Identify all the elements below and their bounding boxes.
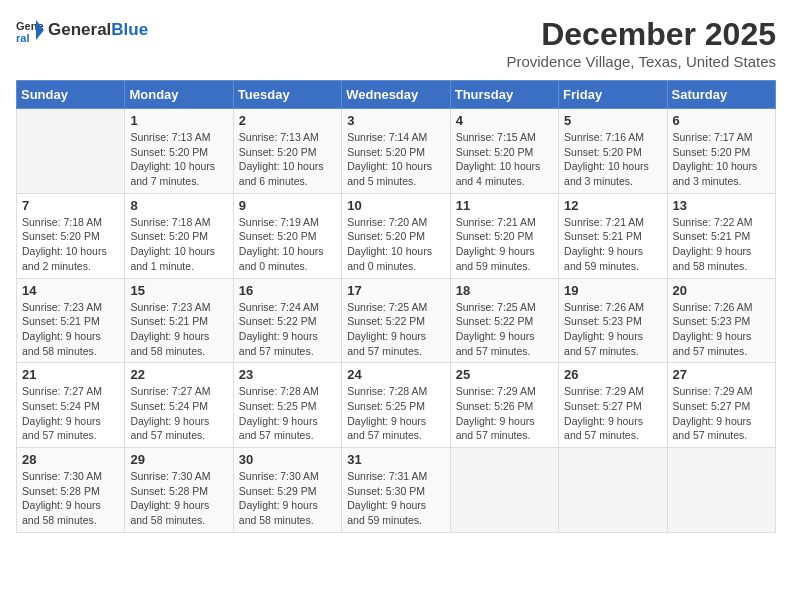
week-row-3: 14Sunrise: 7:23 AM Sunset: 5:21 PM Dayli…	[17, 278, 776, 363]
week-row-1: 1Sunrise: 7:13 AM Sunset: 5:20 PM Daylig…	[17, 109, 776, 194]
day-info: Sunrise: 7:28 AM Sunset: 5:25 PM Dayligh…	[239, 384, 336, 443]
week-row-4: 21Sunrise: 7:27 AM Sunset: 5:24 PM Dayli…	[17, 363, 776, 448]
calendar-cell: 2Sunrise: 7:13 AM Sunset: 5:20 PM Daylig…	[233, 109, 341, 194]
day-number: 3	[347, 113, 444, 128]
day-info: Sunrise: 7:27 AM Sunset: 5:24 PM Dayligh…	[130, 384, 227, 443]
calendar-cell: 6Sunrise: 7:17 AM Sunset: 5:20 PM Daylig…	[667, 109, 775, 194]
day-info: Sunrise: 7:27 AM Sunset: 5:24 PM Dayligh…	[22, 384, 119, 443]
calendar-cell: 7Sunrise: 7:18 AM Sunset: 5:20 PM Daylig…	[17, 193, 125, 278]
day-number: 6	[673, 113, 770, 128]
day-number: 24	[347, 367, 444, 382]
logo: Gene ral GeneralBlue	[16, 16, 148, 44]
calendar-cell: 23Sunrise: 7:28 AM Sunset: 5:25 PM Dayli…	[233, 363, 341, 448]
calendar-cell: 30Sunrise: 7:30 AM Sunset: 5:29 PM Dayli…	[233, 448, 341, 533]
day-info: Sunrise: 7:30 AM Sunset: 5:29 PM Dayligh…	[239, 469, 336, 528]
calendar-cell: 12Sunrise: 7:21 AM Sunset: 5:21 PM Dayli…	[559, 193, 667, 278]
calendar-cell: 20Sunrise: 7:26 AM Sunset: 5:23 PM Dayli…	[667, 278, 775, 363]
calendar-cell: 5Sunrise: 7:16 AM Sunset: 5:20 PM Daylig…	[559, 109, 667, 194]
calendar-cell: 29Sunrise: 7:30 AM Sunset: 5:28 PM Dayli…	[125, 448, 233, 533]
page-header: Gene ral GeneralBlue December 2025 Provi…	[16, 16, 776, 70]
calendar-cell: 1Sunrise: 7:13 AM Sunset: 5:20 PM Daylig…	[125, 109, 233, 194]
header-friday: Friday	[559, 81, 667, 109]
day-info: Sunrise: 7:14 AM Sunset: 5:20 PM Dayligh…	[347, 130, 444, 189]
calendar-cell: 14Sunrise: 7:23 AM Sunset: 5:21 PM Dayli…	[17, 278, 125, 363]
day-number: 11	[456, 198, 553, 213]
calendar-cell: 16Sunrise: 7:24 AM Sunset: 5:22 PM Dayli…	[233, 278, 341, 363]
day-info: Sunrise: 7:24 AM Sunset: 5:22 PM Dayligh…	[239, 300, 336, 359]
day-info: Sunrise: 7:29 AM Sunset: 5:27 PM Dayligh…	[673, 384, 770, 443]
day-info: Sunrise: 7:20 AM Sunset: 5:20 PM Dayligh…	[347, 215, 444, 274]
day-info: Sunrise: 7:15 AM Sunset: 5:20 PM Dayligh…	[456, 130, 553, 189]
day-info: Sunrise: 7:18 AM Sunset: 5:20 PM Dayligh…	[22, 215, 119, 274]
day-number: 2	[239, 113, 336, 128]
title-area: December 2025 Providence Village, Texas,…	[506, 16, 776, 70]
day-number: 23	[239, 367, 336, 382]
day-info: Sunrise: 7:13 AM Sunset: 5:20 PM Dayligh…	[239, 130, 336, 189]
day-info: Sunrise: 7:22 AM Sunset: 5:21 PM Dayligh…	[673, 215, 770, 274]
calendar-cell: 18Sunrise: 7:25 AM Sunset: 5:22 PM Dayli…	[450, 278, 558, 363]
header-saturday: Saturday	[667, 81, 775, 109]
calendar-cell: 28Sunrise: 7:30 AM Sunset: 5:28 PM Dayli…	[17, 448, 125, 533]
calendar-cell	[667, 448, 775, 533]
location-title: Providence Village, Texas, United States	[506, 53, 776, 70]
calendar-cell: 15Sunrise: 7:23 AM Sunset: 5:21 PM Dayli…	[125, 278, 233, 363]
day-info: Sunrise: 7:31 AM Sunset: 5:30 PM Dayligh…	[347, 469, 444, 528]
calendar-cell: 4Sunrise: 7:15 AM Sunset: 5:20 PM Daylig…	[450, 109, 558, 194]
calendar-cell: 31Sunrise: 7:31 AM Sunset: 5:30 PM Dayli…	[342, 448, 450, 533]
day-info: Sunrise: 7:30 AM Sunset: 5:28 PM Dayligh…	[130, 469, 227, 528]
calendar-cell	[450, 448, 558, 533]
day-number: 19	[564, 283, 661, 298]
day-number: 12	[564, 198, 661, 213]
day-number: 20	[673, 283, 770, 298]
day-info: Sunrise: 7:19 AM Sunset: 5:20 PM Dayligh…	[239, 215, 336, 274]
calendar-cell: 10Sunrise: 7:20 AM Sunset: 5:20 PM Dayli…	[342, 193, 450, 278]
day-info: Sunrise: 7:17 AM Sunset: 5:20 PM Dayligh…	[673, 130, 770, 189]
day-number: 5	[564, 113, 661, 128]
calendar-cell: 3Sunrise: 7:14 AM Sunset: 5:20 PM Daylig…	[342, 109, 450, 194]
header-wednesday: Wednesday	[342, 81, 450, 109]
day-info: Sunrise: 7:30 AM Sunset: 5:28 PM Dayligh…	[22, 469, 119, 528]
logo-icon: Gene ral	[16, 16, 44, 44]
day-number: 26	[564, 367, 661, 382]
day-info: Sunrise: 7:23 AM Sunset: 5:21 PM Dayligh…	[130, 300, 227, 359]
day-info: Sunrise: 7:13 AM Sunset: 5:20 PM Dayligh…	[130, 130, 227, 189]
day-info: Sunrise: 7:21 AM Sunset: 5:20 PM Dayligh…	[456, 215, 553, 274]
day-number: 10	[347, 198, 444, 213]
day-number: 30	[239, 452, 336, 467]
calendar-cell: 9Sunrise: 7:19 AM Sunset: 5:20 PM Daylig…	[233, 193, 341, 278]
day-info: Sunrise: 7:25 AM Sunset: 5:22 PM Dayligh…	[456, 300, 553, 359]
calendar-cell: 24Sunrise: 7:28 AM Sunset: 5:25 PM Dayli…	[342, 363, 450, 448]
day-number: 16	[239, 283, 336, 298]
week-row-2: 7Sunrise: 7:18 AM Sunset: 5:20 PM Daylig…	[17, 193, 776, 278]
day-info: Sunrise: 7:25 AM Sunset: 5:22 PM Dayligh…	[347, 300, 444, 359]
month-title: December 2025	[506, 16, 776, 53]
calendar-header-row: SundayMondayTuesdayWednesdayThursdayFrid…	[17, 81, 776, 109]
day-info: Sunrise: 7:26 AM Sunset: 5:23 PM Dayligh…	[673, 300, 770, 359]
day-number: 8	[130, 198, 227, 213]
day-info: Sunrise: 7:29 AM Sunset: 5:26 PM Dayligh…	[456, 384, 553, 443]
day-info: Sunrise: 7:29 AM Sunset: 5:27 PM Dayligh…	[564, 384, 661, 443]
calendar-cell: 11Sunrise: 7:21 AM Sunset: 5:20 PM Dayli…	[450, 193, 558, 278]
svg-text:ral: ral	[16, 32, 29, 44]
day-info: Sunrise: 7:28 AM Sunset: 5:25 PM Dayligh…	[347, 384, 444, 443]
header-tuesday: Tuesday	[233, 81, 341, 109]
calendar-cell: 19Sunrise: 7:26 AM Sunset: 5:23 PM Dayli…	[559, 278, 667, 363]
day-number: 28	[22, 452, 119, 467]
calendar-cell: 27Sunrise: 7:29 AM Sunset: 5:27 PM Dayli…	[667, 363, 775, 448]
day-number: 13	[673, 198, 770, 213]
day-number: 15	[130, 283, 227, 298]
calendar-cell	[17, 109, 125, 194]
day-number: 25	[456, 367, 553, 382]
header-monday: Monday	[125, 81, 233, 109]
day-number: 17	[347, 283, 444, 298]
day-number: 1	[130, 113, 227, 128]
day-number: 18	[456, 283, 553, 298]
day-number: 9	[239, 198, 336, 213]
calendar-cell: 26Sunrise: 7:29 AM Sunset: 5:27 PM Dayli…	[559, 363, 667, 448]
day-number: 27	[673, 367, 770, 382]
day-info: Sunrise: 7:26 AM Sunset: 5:23 PM Dayligh…	[564, 300, 661, 359]
header-thursday: Thursday	[450, 81, 558, 109]
day-number: 4	[456, 113, 553, 128]
day-number: 14	[22, 283, 119, 298]
day-info: Sunrise: 7:16 AM Sunset: 5:20 PM Dayligh…	[564, 130, 661, 189]
